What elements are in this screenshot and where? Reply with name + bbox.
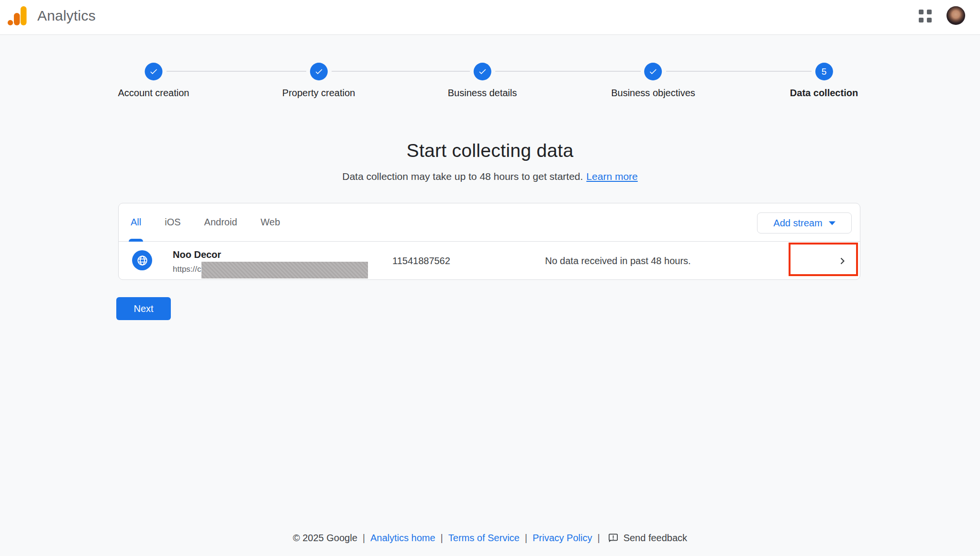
add-stream-label: Add stream — [773, 218, 822, 229]
globe-icon — [136, 254, 149, 267]
feedback-icon — [608, 533, 619, 544]
redaction-overlay — [201, 262, 368, 278]
step-label: Data collection — [790, 88, 858, 99]
step-label: Business details — [448, 88, 517, 99]
chevron-down-icon — [829, 221, 835, 225]
analytics-home-logo[interactable]: Analytics — [8, 6, 96, 26]
step-complete-circle — [474, 63, 491, 80]
step-current-circle: 5 — [815, 63, 833, 80]
subtitle-text: Data collection may take up to 48 hours … — [342, 171, 583, 182]
learn-more-link[interactable]: Learn more — [586, 171, 637, 182]
step-label: Account creation — [118, 88, 189, 99]
step-business-objectives: Business objectives — [611, 63, 695, 99]
check-icon — [149, 67, 158, 76]
step-account-creation: Account creation — [118, 63, 189, 99]
footer: © 2025 Google | Analytics home | Terms o… — [0, 533, 980, 544]
check-icon — [314, 67, 323, 76]
step-number: 5 — [822, 67, 827, 77]
step-complete-circle — [645, 63, 662, 80]
page: Analytics Account creation Property crea… — [0, 0, 980, 556]
footer-separator: | — [597, 533, 600, 544]
footer-link-terms-of-service[interactable]: Terms of Service — [448, 533, 520, 544]
footer-separator: | — [441, 533, 443, 544]
step-label: Business objectives — [611, 88, 695, 99]
page-subtitle: Data collection may take up to 48 hours … — [0, 171, 980, 182]
step-business-details: Business details — [448, 63, 517, 99]
avatar[interactable] — [947, 6, 965, 25]
step-complete-circle — [310, 63, 327, 80]
footer-link-privacy-policy[interactable]: Privacy Policy — [533, 533, 592, 544]
step-data-collection: 5 Data collection — [790, 63, 858, 99]
check-icon — [478, 67, 487, 76]
step-property-creation: Property creation — [282, 63, 355, 99]
page-title: Start collecting data — [0, 140, 980, 161]
web-stream-globe-icon — [132, 250, 152, 270]
footer-separator: | — [525, 533, 527, 544]
stream-url: https://c — [173, 265, 201, 274]
stream-id: 11541887562 — [392, 242, 450, 279]
tab-web[interactable]: Web — [259, 203, 282, 242]
stream-row[interactable]: Noo Decor https://c 11541887562 No data … — [119, 242, 860, 279]
footer-separator: | — [363, 533, 365, 544]
next-button[interactable]: Next — [116, 297, 171, 320]
send-feedback-button[interactable]: Send feedback — [608, 533, 687, 544]
data-streams-card: All iOS Android Web Add stream Noo Decor… — [118, 203, 860, 280]
tab-ios[interactable]: iOS — [163, 203, 182, 242]
footer-link-analytics-home[interactable]: Analytics home — [370, 533, 435, 544]
open-stream-button[interactable] — [830, 248, 855, 273]
top-app-bar: Analytics — [0, 0, 980, 35]
app-title: Analytics — [37, 8, 96, 24]
google-analytics-logo-icon — [8, 6, 27, 26]
stream-type-tabs: All iOS Android Web Add stream — [119, 203, 860, 242]
copyright: © 2025 Google — [293, 533, 357, 544]
tab-android[interactable]: Android — [202, 203, 239, 242]
check-icon — [649, 67, 658, 76]
chevron-right-icon — [836, 255, 849, 267]
step-label: Property creation — [282, 88, 355, 99]
send-feedback-label: Send feedback — [624, 533, 687, 544]
step-complete-circle — [145, 63, 162, 80]
google-apps-grid-icon[interactable] — [919, 10, 932, 23]
stream-name: Noo Decor — [173, 249, 221, 260]
stream-status: No data received in past 48 hours. — [545, 242, 691, 279]
tab-all[interactable]: All — [129, 203, 143, 242]
add-stream-button[interactable]: Add stream — [757, 212, 852, 234]
